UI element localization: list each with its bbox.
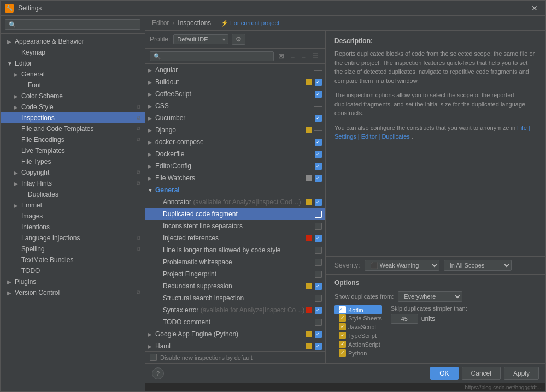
insp-item-css[interactable]: ▶ CSS — bbox=[145, 100, 325, 112]
show-duplicates-select[interactable]: Everywhere In Current File bbox=[398, 291, 462, 302]
sidebar-item-editor[interactable]: ▼ Editor bbox=[1, 58, 145, 69]
insp-item-annotator[interactable]: Annotator (available for Analyze|Inspect… bbox=[145, 196, 325, 208]
collapse-button[interactable]: ≡ bbox=[299, 51, 308, 61]
checkbox[interactable] bbox=[315, 235, 322, 242]
help-button[interactable]: ? bbox=[152, 367, 164, 379]
inspections-search-input[interactable] bbox=[150, 51, 274, 61]
sidebar-item-inspections[interactable]: Inspections ⧉ bbox=[1, 112, 145, 123]
sidebar-item-keymap[interactable]: Keymap bbox=[1, 47, 145, 58]
insp-item-haml[interactable]: ▶ Haml bbox=[145, 340, 325, 351]
checkbox[interactable] bbox=[315, 199, 322, 206]
lang-checkbox[interactable] bbox=[339, 323, 346, 330]
insp-item-line-too-long[interactable]: Line is longer than allowed by code styl… bbox=[145, 244, 325, 256]
sidebar-item-emmet[interactable]: ▶ Emmet bbox=[1, 200, 145, 211]
insp-item-dockerfile[interactable]: ▶ Dockerfile bbox=[145, 148, 325, 160]
checkbox[interactable] bbox=[315, 79, 322, 86]
expand-button[interactable]: ≡ bbox=[289, 51, 297, 61]
insp-item-file-watchers[interactable]: ▶ File Watchers bbox=[145, 172, 325, 184]
sidebar-item-images[interactable]: Images bbox=[1, 211, 145, 222]
checkbox[interactable] bbox=[315, 319, 322, 326]
checkbox[interactable] bbox=[315, 247, 322, 254]
lang-checkbox[interactable] bbox=[339, 332, 346, 339]
insp-item-general[interactable]: ▼ General — bbox=[145, 184, 325, 196]
sidebar-search-input[interactable] bbox=[5, 19, 140, 30]
insp-item-angular[interactable]: ▶ Angular — bbox=[145, 64, 325, 76]
sidebar-item-live-templates[interactable]: Live Templates bbox=[1, 145, 145, 156]
insp-item-structural-search[interactable]: Structural search inspection bbox=[145, 292, 325, 304]
checkbox[interactable] bbox=[315, 163, 322, 170]
menu-button[interactable]: ☰ bbox=[310, 51, 321, 61]
sidebar-item-file-code-templates[interactable]: File and Code Templates ⧉ bbox=[1, 123, 145, 134]
insp-item-duplicated-code[interactable]: Duplicated code fragment bbox=[145, 208, 325, 220]
insp-item-coffeescript[interactable]: ▶ CoffeeScript bbox=[145, 88, 325, 100]
sidebar-item-file-encodings[interactable]: File Encodings ⧉ bbox=[1, 134, 145, 145]
skip-value-input[interactable]: 45 bbox=[391, 314, 418, 324]
insp-item-django[interactable]: ▶ Django — bbox=[145, 124, 325, 136]
checkbox[interactable] bbox=[315, 283, 322, 290]
sidebar-item-todo[interactable]: TODO bbox=[1, 265, 145, 276]
checkbox[interactable] bbox=[315, 91, 322, 98]
sidebar-item-spelling[interactable]: Spelling ⧉ bbox=[1, 243, 145, 254]
gear-button[interactable]: ⚙ bbox=[232, 34, 245, 45]
sidebar-item-file-types[interactable]: File Types bbox=[1, 156, 145, 167]
insp-item-problematic-whitespace[interactable]: Problematic whitespace bbox=[145, 256, 325, 268]
inspections-panel: Profile: Default IDE Project Default ⚙ ⊠ bbox=[145, 31, 326, 363]
sidebar-item-language-injections[interactable]: Language Injections ⧉ bbox=[1, 233, 145, 243]
insp-item-label: Syntax error (available for Analyze|Insp… bbox=[163, 306, 306, 314]
sidebar-item-general[interactable]: ▶ General bbox=[1, 69, 145, 80]
insp-item-syntax-error[interactable]: Syntax error (available for Analyze|Insp… bbox=[145, 304, 325, 316]
apply-button[interactable]: Apply bbox=[504, 367, 539, 380]
insp-item-cucumber[interactable]: ▶ Cucumber bbox=[145, 112, 325, 124]
profile-dropdown[interactable]: Default IDE Project Default bbox=[173, 34, 228, 44]
lang-checkbox[interactable] bbox=[339, 314, 346, 322]
project-link[interactable]: ⚡ For current project bbox=[221, 20, 279, 27]
checkbox[interactable] bbox=[315, 211, 322, 218]
insp-item-injected-references[interactable]: Injected references bbox=[145, 232, 325, 244]
insp-item-todo-comment[interactable]: TODO comment bbox=[145, 316, 325, 328]
insp-item-project-fingerprint[interactable]: Project Fingerprint bbox=[145, 268, 325, 280]
close-button[interactable]: ✕ bbox=[528, 3, 541, 14]
checkbox[interactable] bbox=[315, 115, 322, 122]
insp-item-editorconfig[interactable]: ▶ EditorConfig bbox=[145, 160, 325, 172]
severity-select[interactable]: ⬛ Weak Warning 🔴 Error 🟡 Warning bbox=[365, 260, 439, 271]
sidebar-item-plugins[interactable]: ▶ Plugins bbox=[1, 276, 145, 287]
checkbox[interactable] bbox=[315, 343, 322, 350]
filter-button[interactable]: ⊠ bbox=[276, 51, 286, 61]
sidebar-item-code-style[interactable]: ▶ Code Style ⧉ bbox=[1, 102, 145, 112]
sidebar: ▶ Appearance & Behavior Keymap ▼ Editor … bbox=[1, 16, 145, 391]
sidebar-item-copyright[interactable]: ▶ Copyright ⧉ bbox=[1, 167, 145, 178]
insp-item-inconsistent-separators[interactable]: Inconsistent line separators bbox=[145, 220, 325, 232]
checkbox[interactable] bbox=[315, 331, 322, 338]
checkbox[interactable] bbox=[315, 307, 322, 314]
checkbox[interactable] bbox=[315, 295, 322, 302]
sidebar-item-version-control[interactable]: ▶ Version Control ⧉ bbox=[1, 287, 145, 298]
checkbox[interactable] bbox=[315, 223, 322, 230]
insp-item-redundant-suppression[interactable]: Redundant suppression bbox=[145, 280, 325, 292]
checkbox[interactable] bbox=[315, 259, 322, 266]
scope-select[interactable]: In All Scopes In Test Sources bbox=[444, 260, 512, 271]
disable-new-checkbox[interactable] bbox=[150, 354, 157, 361]
insp-item-buildout[interactable]: ▶ Buildout bbox=[145, 76, 325, 88]
kotlin-checkbox[interactable]: ✓ bbox=[339, 306, 346, 313]
lang-checkbox[interactable] bbox=[339, 349, 346, 357]
lang-checkbox[interactable] bbox=[339, 341, 346, 348]
sidebar-item-textmate-bundles[interactable]: TextMate Bundles bbox=[1, 254, 145, 265]
copy-icon: ⧉ bbox=[137, 115, 140, 121]
checkbox[interactable] bbox=[315, 271, 322, 278]
checkbox[interactable] bbox=[315, 151, 322, 158]
insp-item-google-app-engine[interactable]: ▶ Google App Engine (Python) bbox=[145, 328, 325, 340]
sidebar-item-color-scheme[interactable]: ▶ Color Scheme bbox=[1, 91, 145, 102]
sidebar-item-inlay-hints[interactable]: ▶ Inlay Hints ⧉ bbox=[1, 178, 145, 189]
disable-new-label[interactable]: Disable new inspections by default bbox=[160, 354, 253, 361]
profile-select[interactable]: Default IDE Project Default bbox=[173, 34, 228, 44]
cancel-button[interactable]: Cancel bbox=[462, 367, 501, 380]
sidebar-item-appearance[interactable]: ▶ Appearance & Behavior bbox=[1, 36, 145, 47]
ok-button[interactable]: OK bbox=[430, 367, 458, 380]
insp-item-docker-compose[interactable]: ▶ docker-compose bbox=[145, 136, 325, 148]
sidebar-item-duplicates[interactable]: Duplicates bbox=[1, 189, 145, 200]
checkbox[interactable] bbox=[315, 175, 322, 182]
sidebar-item-font[interactable]: Font bbox=[1, 80, 145, 91]
checkbox[interactable] bbox=[315, 139, 322, 146]
sidebar-item-intentions[interactable]: Intentions bbox=[1, 222, 145, 233]
kotlin-section: ✓ Kotlin Style Sheets bbox=[334, 305, 382, 357]
